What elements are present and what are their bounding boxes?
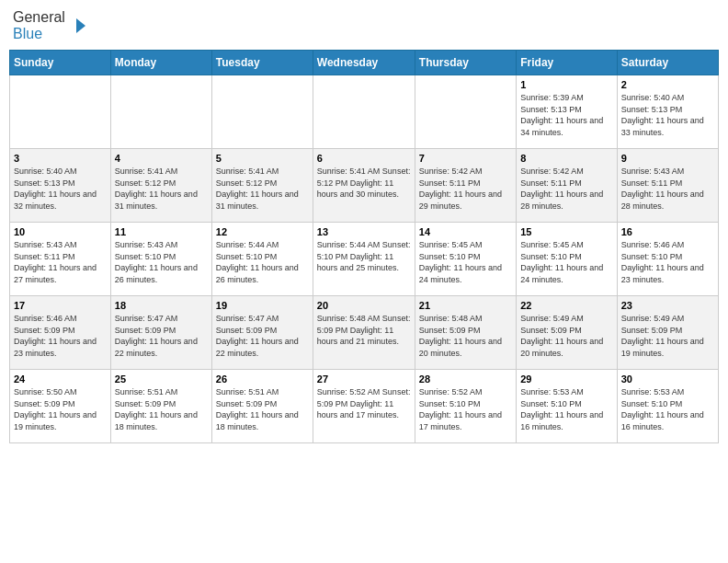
day-number: 20 — [317, 300, 411, 311]
day-info: Sunrise: 5:41 AM Sunset: 5:12 PM Dayligh… — [317, 166, 411, 201]
calendar-cell — [415, 75, 516, 149]
day-info: Sunrise: 5:51 AM Sunset: 5:09 PM Dayligh… — [216, 386, 309, 432]
calendar-week-1: 1Sunrise: 5:39 AM Sunset: 5:13 PM Daylig… — [10, 75, 719, 149]
calendar-cell: 3Sunrise: 5:40 AM Sunset: 5:13 PM Daylig… — [10, 149, 111, 223]
day-number: 27 — [317, 373, 411, 385]
day-info: Sunrise: 5:46 AM Sunset: 5:09 PM Dayligh… — [14, 313, 107, 359]
day-number: 23 — [621, 300, 714, 311]
calendar-cell: 6Sunrise: 5:41 AM Sunset: 5:12 PM Daylig… — [313, 149, 415, 223]
calendar-cell: 20Sunrise: 5:48 AM Sunset: 5:09 PM Dayli… — [313, 296, 415, 370]
day-info: Sunrise: 5:45 AM Sunset: 5:10 PM Dayligh… — [520, 239, 612, 285]
page-header: GeneralBlue — [9, 9, 719, 42]
calendar-cell: 15Sunrise: 5:45 AM Sunset: 5:10 PM Dayli… — [517, 223, 617, 296]
day-info: Sunrise: 5:42 AM Sunset: 5:11 PM Dayligh… — [520, 166, 612, 212]
day-info: Sunrise: 5:41 AM Sunset: 5:12 PM Dayligh… — [216, 166, 309, 212]
calendar-cell: 17Sunrise: 5:46 AM Sunset: 5:09 PM Dayli… — [10, 296, 111, 370]
calendar-cell: 9Sunrise: 5:43 AM Sunset: 5:11 PM Daylig… — [617, 149, 718, 223]
calendar-cell: 30Sunrise: 5:53 AM Sunset: 5:10 PM Dayli… — [617, 370, 718, 443]
day-info: Sunrise: 5:48 AM Sunset: 5:09 PM Dayligh… — [419, 313, 512, 359]
calendar-cell: 18Sunrise: 5:47 AM Sunset: 5:09 PM Dayli… — [110, 296, 211, 370]
day-number: 8 — [520, 153, 612, 164]
day-info: Sunrise: 5:51 AM Sunset: 5:09 PM Dayligh… — [115, 386, 208, 432]
calendar-cell — [10, 75, 111, 149]
day-number: 5 — [216, 153, 309, 164]
day-number: 4 — [115, 153, 208, 164]
calendar-week-3: 10Sunrise: 5:43 AM Sunset: 5:11 PM Dayli… — [10, 223, 719, 296]
calendar-cell: 19Sunrise: 5:47 AM Sunset: 5:09 PM Dayli… — [211, 296, 313, 370]
calendar-table: SundayMondayTuesdayWednesdayThursdayFrid… — [9, 50, 719, 443]
calendar-cell: 27Sunrise: 5:52 AM Sunset: 5:09 PM Dayli… — [313, 370, 415, 443]
header-thursday: Thursday — [415, 51, 516, 75]
day-number: 16 — [621, 226, 714, 237]
calendar-week-4: 17Sunrise: 5:46 AM Sunset: 5:09 PM Dayli… — [10, 296, 719, 370]
calendar-week-2: 3Sunrise: 5:40 AM Sunset: 5:13 PM Daylig… — [10, 149, 719, 223]
logo: GeneralBlue — [13, 9, 85, 42]
day-number: 18 — [115, 300, 208, 311]
calendar-cell: 26Sunrise: 5:51 AM Sunset: 5:09 PM Dayli… — [211, 370, 313, 443]
day-info: Sunrise: 5:40 AM Sunset: 5:13 PM Dayligh… — [14, 166, 107, 212]
calendar-cell — [211, 75, 313, 149]
calendar-cell: 13Sunrise: 5:44 AM Sunset: 5:10 PM Dayli… — [313, 223, 415, 296]
day-info: Sunrise: 5:39 AM Sunset: 5:13 PM Dayligh… — [520, 92, 612, 138]
day-number: 19 — [216, 300, 309, 311]
header-wednesday: Wednesday — [313, 51, 415, 75]
svg-marker-0 — [76, 18, 85, 33]
header-sunday: Sunday — [10, 51, 111, 75]
calendar-cell: 22Sunrise: 5:49 AM Sunset: 5:09 PM Dayli… — [517, 296, 617, 370]
day-number: 24 — [14, 373, 107, 385]
calendar-cell: 4Sunrise: 5:41 AM Sunset: 5:12 PM Daylig… — [110, 149, 211, 223]
calendar-cell: 28Sunrise: 5:52 AM Sunset: 5:10 PM Dayli… — [415, 370, 516, 443]
calendar-cell: 10Sunrise: 5:43 AM Sunset: 5:11 PM Dayli… — [10, 223, 111, 296]
day-number: 15 — [520, 226, 612, 237]
day-info: Sunrise: 5:42 AM Sunset: 5:11 PM Dayligh… — [419, 166, 512, 212]
day-info: Sunrise: 5:43 AM Sunset: 5:10 PM Dayligh… — [115, 239, 208, 285]
day-number: 22 — [520, 300, 612, 311]
day-info: Sunrise: 5:47 AM Sunset: 5:09 PM Dayligh… — [216, 313, 309, 359]
calendar-cell: 12Sunrise: 5:44 AM Sunset: 5:10 PM Dayli… — [211, 223, 313, 296]
header-tuesday: Tuesday — [211, 51, 313, 75]
day-number: 29 — [520, 373, 612, 385]
day-info: Sunrise: 5:49 AM Sunset: 5:09 PM Dayligh… — [621, 313, 714, 359]
day-number: 13 — [317, 226, 411, 237]
day-info: Sunrise: 5:45 AM Sunset: 5:10 PM Dayligh… — [419, 239, 512, 285]
day-info: Sunrise: 5:52 AM Sunset: 5:09 PM Dayligh… — [317, 386, 411, 421]
day-info: Sunrise: 5:41 AM Sunset: 5:12 PM Dayligh… — [115, 166, 208, 212]
day-info: Sunrise: 5:43 AM Sunset: 5:11 PM Dayligh… — [621, 166, 714, 212]
day-number: 17 — [14, 300, 107, 311]
day-info: Sunrise: 5:49 AM Sunset: 5:09 PM Dayligh… — [520, 313, 612, 359]
day-info: Sunrise: 5:44 AM Sunset: 5:10 PM Dayligh… — [317, 239, 411, 274]
day-number: 14 — [419, 226, 512, 237]
day-info: Sunrise: 5:48 AM Sunset: 5:09 PM Dayligh… — [317, 313, 411, 348]
day-number: 2 — [621, 79, 714, 90]
calendar-cell: 2Sunrise: 5:40 AM Sunset: 5:13 PM Daylig… — [617, 75, 718, 149]
calendar-cell — [313, 75, 415, 149]
day-info: Sunrise: 5:46 AM Sunset: 5:10 PM Dayligh… — [621, 239, 714, 285]
day-info: Sunrise: 5:44 AM Sunset: 5:10 PM Dayligh… — [216, 239, 309, 285]
day-number: 7 — [419, 153, 512, 164]
day-number: 26 — [216, 373, 309, 385]
day-info: Sunrise: 5:43 AM Sunset: 5:11 PM Dayligh… — [14, 239, 107, 285]
day-number: 21 — [419, 300, 512, 311]
day-info: Sunrise: 5:50 AM Sunset: 5:09 PM Dayligh… — [14, 386, 107, 432]
calendar-cell: 11Sunrise: 5:43 AM Sunset: 5:10 PM Dayli… — [110, 223, 211, 296]
calendar-cell: 25Sunrise: 5:51 AM Sunset: 5:09 PM Dayli… — [110, 370, 211, 443]
day-info: Sunrise: 5:40 AM Sunset: 5:13 PM Dayligh… — [621, 92, 714, 138]
calendar-cell: 23Sunrise: 5:49 AM Sunset: 5:09 PM Dayli… — [617, 296, 718, 370]
day-number: 12 — [216, 226, 309, 237]
calendar-cell: 7Sunrise: 5:42 AM Sunset: 5:11 PM Daylig… — [415, 149, 516, 223]
calendar-week-5: 24Sunrise: 5:50 AM Sunset: 5:09 PM Dayli… — [10, 370, 719, 443]
day-number: 11 — [115, 226, 208, 237]
calendar-cell: 24Sunrise: 5:50 AM Sunset: 5:09 PM Dayli… — [10, 370, 111, 443]
calendar-cell: 14Sunrise: 5:45 AM Sunset: 5:10 PM Dayli… — [415, 223, 516, 296]
calendar-cell: 29Sunrise: 5:53 AM Sunset: 5:10 PM Dayli… — [517, 370, 617, 443]
day-info: Sunrise: 5:53 AM Sunset: 5:10 PM Dayligh… — [520, 386, 612, 432]
day-number: 25 — [115, 373, 208, 385]
header-saturday: Saturday — [617, 51, 718, 75]
day-number: 1 — [520, 79, 612, 90]
day-info: Sunrise: 5:52 AM Sunset: 5:10 PM Dayligh… — [419, 386, 512, 432]
day-info: Sunrise: 5:53 AM Sunset: 5:10 PM Dayligh… — [621, 386, 714, 432]
calendar-cell: 16Sunrise: 5:46 AM Sunset: 5:10 PM Dayli… — [617, 223, 718, 296]
header-monday: Monday — [110, 51, 211, 75]
calendar-header-row: SundayMondayTuesdayWednesdayThursdayFrid… — [10, 51, 719, 75]
header-friday: Friday — [517, 51, 617, 75]
